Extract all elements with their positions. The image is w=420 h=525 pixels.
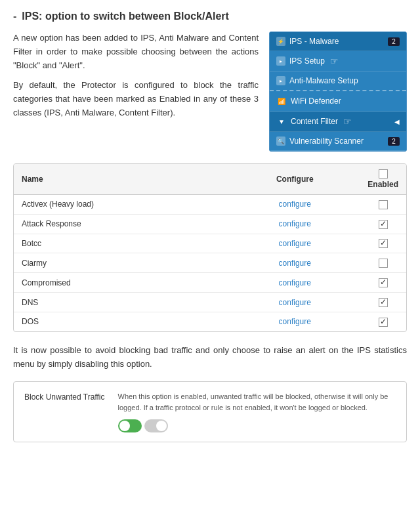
menu-label-anti: Anti-Malware Setup bbox=[289, 76, 358, 85]
menu-badge-vuln: 2 bbox=[388, 137, 400, 146]
menu-label-wifi: WiFi Defender bbox=[291, 96, 341, 106]
row-configure[interactable]: configure bbox=[230, 273, 360, 293]
cursor-icon-setup: ☞ bbox=[330, 56, 339, 66]
checkbox-checked[interactable] bbox=[379, 220, 388, 229]
cursor-icon-content: ☞ bbox=[343, 116, 352, 127]
row-enabled[interactable] bbox=[360, 253, 406, 273]
row-enabled[interactable] bbox=[360, 214, 406, 234]
menu-item-ips-setup[interactable]: ▸ IPS Setup ☞ bbox=[270, 51, 406, 72]
row-configure[interactable]: configure bbox=[230, 214, 360, 234]
row-name: Attack Response bbox=[14, 214, 230, 234]
row-configure[interactable]: configure bbox=[230, 293, 360, 312]
table-row: Compromisedconfigure bbox=[14, 273, 406, 293]
top-section: A new option has been added to IPS, Anti… bbox=[13, 32, 407, 152]
row-name: Ciarmy bbox=[14, 253, 230, 273]
block-panel: Block Unwanted Traffic When this option … bbox=[13, 381, 407, 442]
intro-text: A new option has been added to IPS, Anti… bbox=[13, 32, 259, 152]
row-configure[interactable]: configure bbox=[230, 234, 360, 253]
row-name: Botcc bbox=[14, 234, 230, 253]
toggle-group: ⏻ bbox=[118, 419, 396, 432]
anti-icon: ▸ bbox=[276, 76, 285, 85]
row-enabled[interactable] bbox=[360, 234, 406, 253]
menu-item-vuln[interactable]: 🔍 Vulnerability Scanner 2 bbox=[270, 132, 406, 151]
menu-item-content-filter[interactable]: ▼ Content Filter ☞ ◀ bbox=[270, 112, 406, 132]
menu-label-content: Content Filter bbox=[291, 117, 338, 126]
menu-label-ips-setup: IPS Setup bbox=[289, 56, 325, 66]
menu-badge-ips: 2 bbox=[388, 37, 400, 46]
row-configure[interactable]: configure bbox=[230, 195, 360, 215]
intro-para2: By default, the Protector is configured … bbox=[13, 79, 259, 119]
filter-icon: ▼ bbox=[276, 116, 287, 127]
menu-panel: ⚡ IPS - Malware 2 ▸ IPS Setup ☞ ▸ Anti-M… bbox=[269, 32, 407, 152]
wifi-icon: 📶 bbox=[276, 96, 287, 106]
setup-icon: ▸ bbox=[276, 56, 285, 66]
intro-para1: A new option has been added to IPS, Anti… bbox=[13, 32, 259, 72]
toggle-on-thumb bbox=[119, 421, 130, 431]
checkbox-checked[interactable] bbox=[379, 278, 388, 287]
table-row: Botccconfigure bbox=[14, 234, 406, 253]
bottom-text: It is now possible to avoid blocking bad… bbox=[13, 344, 407, 371]
table-row: Ciarmyconfigure bbox=[14, 253, 406, 273]
col-header-enabled: Enabled bbox=[360, 164, 406, 195]
toggle-off-thumb bbox=[156, 421, 167, 431]
checkbox-checked[interactable] bbox=[379, 298, 388, 307]
menu-item-anti-malware[interactable]: ▸ Anti-Malware Setup bbox=[270, 72, 406, 91]
menu-label-vuln: Vulnerability Scanner bbox=[289, 136, 364, 146]
row-enabled[interactable] bbox=[360, 273, 406, 293]
checkbox-checked[interactable] bbox=[379, 318, 388, 327]
block-description: When this option is enabled, unwanted tr… bbox=[118, 391, 396, 413]
col-header-configure: Configure bbox=[230, 164, 360, 195]
toggle-on-button[interactable]: ⏻ bbox=[118, 419, 142, 432]
toggle-off-button[interactable] bbox=[144, 419, 168, 432]
row-name: Compromised bbox=[14, 273, 230, 293]
row-enabled[interactable] bbox=[360, 195, 406, 215]
block-content: When this option is enabled, unwanted tr… bbox=[118, 391, 396, 432]
row-enabled[interactable] bbox=[360, 293, 406, 312]
row-configure[interactable]: configure bbox=[230, 312, 360, 331]
ips-icon: ⚡ bbox=[276, 37, 285, 46]
checkbox-unchecked[interactable] bbox=[379, 200, 388, 209]
block-label: Block Unwanted Traffic bbox=[24, 391, 105, 402]
page-title: IPS: option to switch between Block/Aler… bbox=[22, 10, 229, 22]
row-name: Activex (Heavy load) bbox=[14, 195, 230, 215]
table-row: Attack Responseconfigure bbox=[14, 214, 406, 234]
table-row: Activex (Heavy load)configure bbox=[14, 195, 406, 215]
table-row: DOSconfigure bbox=[14, 312, 406, 331]
header-checkbox[interactable] bbox=[379, 169, 388, 178]
vuln-icon: 🔍 bbox=[276, 136, 285, 146]
content-arrow: ◀ bbox=[394, 118, 400, 125]
menu-label-ips-malware: IPS - Malware bbox=[289, 37, 339, 46]
checkbox-checked[interactable] bbox=[379, 239, 388, 248]
page-title-bar: - IPS: option to switch between Block/Al… bbox=[13, 10, 407, 22]
menu-item-wifi[interactable]: 📶 WiFi Defender bbox=[270, 91, 406, 112]
row-name: DNS bbox=[14, 293, 230, 312]
row-configure[interactable]: configure bbox=[230, 253, 360, 273]
table-container: Name Configure Enabled Activex (Heavy lo… bbox=[13, 163, 407, 332]
traffic-table: Name Configure Enabled Activex (Heavy lo… bbox=[14, 164, 406, 331]
dash-icon: - bbox=[13, 10, 16, 22]
col-header-name: Name bbox=[14, 164, 230, 195]
row-enabled[interactable] bbox=[360, 312, 406, 331]
row-name: DOS bbox=[14, 312, 230, 331]
table-row: DNSconfigure bbox=[14, 293, 406, 312]
menu-item-ips-malware[interactable]: ⚡ IPS - Malware 2 bbox=[270, 32, 406, 51]
checkbox-unchecked[interactable] bbox=[379, 259, 388, 268]
